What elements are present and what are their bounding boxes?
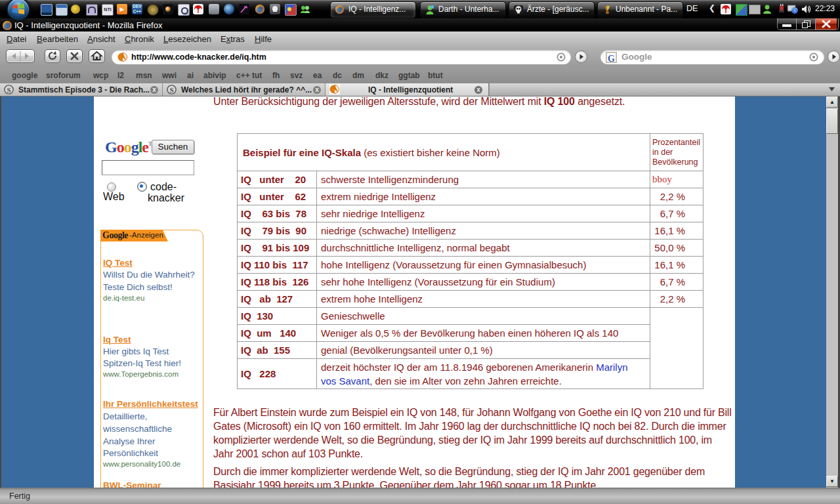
svg-text:S: S [169, 86, 173, 94]
svg-text:S: S [7, 86, 10, 94]
